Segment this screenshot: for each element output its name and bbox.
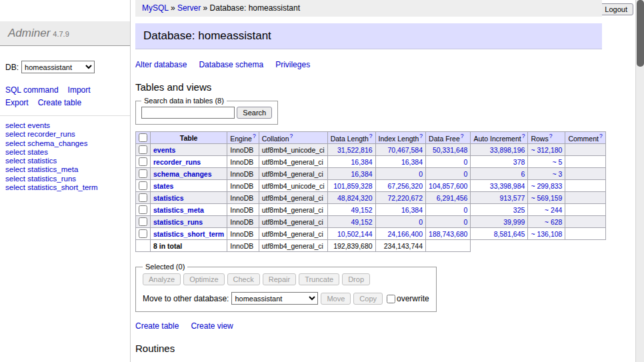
index-length-link[interactable]: 16,384 <box>401 206 423 214</box>
alter-database-link[interactable]: Alter database <box>135 60 187 69</box>
row-checkbox[interactable] <box>139 169 147 178</box>
sidebar-select-statistics-link[interactable]: select statistics <box>5 157 57 165</box>
rows-estimate-link[interactable]: ~ 244 <box>545 206 563 214</box>
data-length-link[interactable]: 16,384 <box>351 170 372 178</box>
select-all-checkbox[interactable] <box>139 133 147 142</box>
privileges-link[interactable]: Privileges <box>275 60 310 69</box>
move-button[interactable]: Move <box>321 293 351 305</box>
adminer-logo[interactable]: Adminer <box>8 27 50 39</box>
sidebar-select-states-link[interactable]: select states <box>5 148 48 156</box>
row-checkbox[interactable] <box>139 181 147 190</box>
auto-increment-link[interactable]: 325 <box>513 206 525 214</box>
sidebar-select-statistics-short-term-link[interactable]: select statistics_short_term <box>5 183 98 191</box>
rows-estimate-link[interactable]: ~ 136,108 <box>531 230 562 238</box>
sidebar-select-statistics-meta-link[interactable]: select statistics_meta <box>5 165 78 173</box>
auto-increment-link[interactable]: 33,398,984 <box>490 182 525 190</box>
rows-estimate-link[interactable]: ~ 628 <box>545 218 563 226</box>
data-length-link[interactable]: 31,522,816 <box>337 146 373 154</box>
help-link[interactable]: ? <box>290 133 293 139</box>
bulk-analyze-button[interactable]: Analyze <box>143 273 181 285</box>
data-free-link[interactable]: 0 <box>464 158 468 166</box>
help-link[interactable]: ? <box>599 133 603 139</box>
breadcrumb-link-mysql[interactable]: MySQL <box>142 3 169 13</box>
rows-estimate-link[interactable]: ~ 312,180 <box>531 146 562 154</box>
data-length-link[interactable]: 101,859,328 <box>333 182 372 190</box>
auto-increment-link[interactable]: 39,999 <box>503 218 525 226</box>
create-table-link[interactable]: Create table <box>135 321 179 331</box>
table-name-link[interactable]: statistics_short_term <box>153 230 224 238</box>
db-select[interactable]: homeassistant <box>21 61 95 73</box>
sidebar-select-recorder-runs-link[interactable]: select recorder_runs <box>5 130 75 138</box>
help-link[interactable]: ? <box>549 133 553 139</box>
rows-estimate-link[interactable]: ~ 569,159 <box>531 194 562 202</box>
auto-increment-link[interactable]: 6 <box>521 170 525 178</box>
row-checkbox[interactable] <box>139 193 147 202</box>
data-free-link[interactable]: 0 <box>464 170 468 178</box>
row-checkbox[interactable] <box>139 157 147 166</box>
logout-button[interactable]: Logout <box>599 3 633 15</box>
data-length-link[interactable]: 16,384 <box>351 158 372 166</box>
data-length-link[interactable]: 49,152 <box>351 218 372 226</box>
index-length-link[interactable]: 67,256,320 <box>387 182 423 190</box>
search-button[interactable]: Search <box>237 107 272 119</box>
auto-increment-link[interactable]: 378 <box>513 158 525 166</box>
bulk-drop-button[interactable]: Drop <box>342 273 370 285</box>
sidebar-select-events-link[interactable]: select events <box>5 121 50 129</box>
row-checkbox[interactable] <box>139 205 147 214</box>
table-name-link[interactable]: statistics_meta <box>153 206 204 214</box>
move-db-select[interactable]: homeassistant <box>231 292 318 305</box>
data-length-link[interactable]: 49,152 <box>351 206 372 214</box>
index-length-link[interactable]: 0 <box>419 170 423 178</box>
sidebar-select-schema-changes-link[interactable]: select schema_changes <box>5 139 87 147</box>
copy-button[interactable]: Copy <box>353 293 383 305</box>
create-view-link[interactable]: Create view <box>191 321 233 331</box>
bulk-repair-button[interactable]: Repair <box>263 273 296 285</box>
help-link[interactable]: ? <box>419 133 423 139</box>
index-length-link[interactable]: 0 <box>419 218 423 226</box>
row-checkbox[interactable] <box>139 145 147 154</box>
rows-estimate-link[interactable]: ~ 3 <box>553 170 563 178</box>
index-length-link[interactable]: 72,220,672 <box>387 194 423 202</box>
sidebar-link-sql-command[interactable]: SQL command <box>5 85 59 95</box>
database-schema-link[interactable]: Database schema <box>199 60 263 69</box>
data-length-link[interactable]: 10,502,144 <box>337 230 373 238</box>
help-link[interactable]: ? <box>461 133 464 139</box>
sidebar-link-export[interactable]: Export <box>5 98 29 107</box>
scrollbar[interactable] <box>635 0 644 362</box>
breadcrumb-link-server[interactable]: Server <box>177 3 201 13</box>
auto-increment-link[interactable]: 913,577 <box>499 194 525 202</box>
auto-increment-link[interactable]: 33,898,196 <box>490 146 525 154</box>
data-free-link[interactable]: 0 <box>464 218 468 226</box>
table-name-link[interactable]: schema_changes <box>153 170 212 178</box>
index-length-link[interactable]: 70,467,584 <box>387 146 423 154</box>
rows-estimate-link[interactable]: ~ 5 <box>553 158 563 166</box>
table-name-link[interactable]: statistics <box>153 194 184 202</box>
help-link[interactable]: ? <box>369 133 373 139</box>
sidebar-link-create-table[interactable]: Create table <box>38 98 81 107</box>
row-checkbox[interactable] <box>139 229 147 238</box>
sidebar-link-import[interactable]: Import <box>68 85 91 95</box>
table-name-link[interactable]: recorder_runs <box>153 158 201 166</box>
data-free-link[interactable]: 104,857,600 <box>429 182 467 190</box>
table-name-link[interactable]: statistics_runs <box>153 218 203 226</box>
data-free-link[interactable]: 188,743,680 <box>429 230 467 238</box>
row-checkbox[interactable] <box>139 217 147 226</box>
bulk-truncate-button[interactable]: Truncate <box>299 273 339 285</box>
sidebar-select-statistics-runs-link[interactable]: select statistics_runs <box>5 175 76 183</box>
auto-increment-link[interactable]: 8,581,645 <box>494 230 525 238</box>
scrollbar-thumb[interactable] <box>637 0 644 67</box>
table-name-link[interactable]: events <box>153 146 175 154</box>
data-free-link[interactable]: 6,291,456 <box>437 194 468 202</box>
data-length-link[interactable]: 48,824,320 <box>337 194 373 202</box>
data-free-link[interactable]: 0 <box>464 206 468 214</box>
index-length-link[interactable]: 24,166,400 <box>387 230 423 238</box>
search-input[interactable] <box>141 107 235 119</box>
table-name-link[interactable]: states <box>153 182 173 190</box>
data-free-link[interactable]: 50,331,648 <box>433 146 468 154</box>
help-link[interactable]: ? <box>253 133 256 139</box>
bulk-check-button[interactable]: Check <box>227 273 260 285</box>
help-link[interactable]: ? <box>522 133 525 139</box>
index-length-link[interactable]: 16,384 <box>401 158 423 166</box>
overwrite-checkbox[interactable] <box>387 295 395 303</box>
bulk-optimize-button[interactable]: Optimize <box>183 273 224 285</box>
